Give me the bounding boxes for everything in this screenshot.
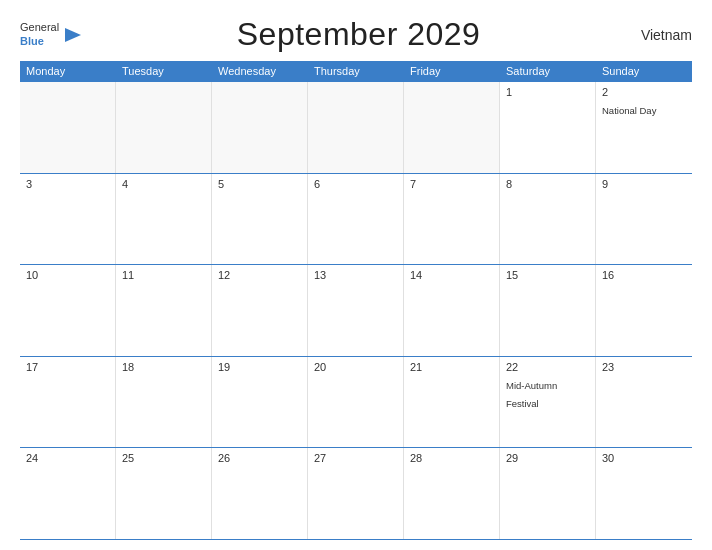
- day-number: 3: [26, 178, 109, 190]
- day-number: 18: [122, 361, 205, 373]
- calendar-cell: 16: [596, 265, 692, 356]
- calendar-cell: 8: [500, 174, 596, 265]
- calendar: MondayTuesdayWednesdayThursdayFridaySatu…: [20, 61, 692, 540]
- calendar-cell: [212, 82, 308, 173]
- header: General Blue September 2029 Vietnam: [20, 16, 692, 53]
- day-number: 26: [218, 452, 301, 464]
- calendar-cell: 26: [212, 448, 308, 539]
- calendar-cell: 2National Day: [596, 82, 692, 173]
- day-number: 29: [506, 452, 589, 464]
- day-number: 30: [602, 452, 686, 464]
- logo-text: General Blue: [20, 21, 59, 47]
- weekday-header-tuesday: Tuesday: [116, 61, 212, 81]
- day-number: 19: [218, 361, 301, 373]
- weekday-header-monday: Monday: [20, 61, 116, 81]
- day-number: 16: [602, 269, 686, 281]
- flag-icon: [63, 24, 85, 46]
- weekday-header-sunday: Sunday: [596, 61, 692, 81]
- calendar-cell: [20, 82, 116, 173]
- calendar-cell: 4: [116, 174, 212, 265]
- day-number: 15: [506, 269, 589, 281]
- calendar-cell: 6: [308, 174, 404, 265]
- day-number: 14: [410, 269, 493, 281]
- event-label: National Day: [602, 105, 656, 116]
- calendar-cell: 9: [596, 174, 692, 265]
- calendar-cell: 7: [404, 174, 500, 265]
- calendar-cell: 19: [212, 357, 308, 448]
- day-number: 9: [602, 178, 686, 190]
- calendar-cell: 28: [404, 448, 500, 539]
- calendar-cell: 22Mid-Autumn Festival: [500, 357, 596, 448]
- day-number: 21: [410, 361, 493, 373]
- calendar-week-3: 10111213141516: [20, 265, 692, 357]
- day-number: 25: [122, 452, 205, 464]
- calendar-cell: 21: [404, 357, 500, 448]
- day-number: 27: [314, 452, 397, 464]
- calendar-cell: [404, 82, 500, 173]
- calendar-cell: 23: [596, 357, 692, 448]
- calendar-cell: 17: [20, 357, 116, 448]
- calendar-body: 12National Day34567891011121314151617181…: [20, 81, 692, 540]
- event-label: Mid-Autumn Festival: [506, 380, 557, 409]
- day-number: 22: [506, 361, 589, 373]
- calendar-cell: 12: [212, 265, 308, 356]
- weekday-header-wednesday: Wednesday: [212, 61, 308, 81]
- day-number: 5: [218, 178, 301, 190]
- day-number: 7: [410, 178, 493, 190]
- calendar-week-4: 171819202122Mid-Autumn Festival23: [20, 357, 692, 449]
- calendar-cell: [308, 82, 404, 173]
- calendar-header: MondayTuesdayWednesdayThursdayFridaySatu…: [20, 61, 692, 81]
- day-number: 20: [314, 361, 397, 373]
- day-number: 4: [122, 178, 205, 190]
- logo-blue: Blue: [20, 35, 59, 48]
- day-number: 6: [314, 178, 397, 190]
- logo-general: General: [20, 21, 59, 34]
- calendar-cell: 3: [20, 174, 116, 265]
- calendar-week-1: 12National Day: [20, 81, 692, 174]
- weekday-header-thursday: Thursday: [308, 61, 404, 81]
- calendar-cell: 30: [596, 448, 692, 539]
- day-number: 1: [506, 86, 589, 98]
- calendar-cell: 25: [116, 448, 212, 539]
- day-number: 11: [122, 269, 205, 281]
- calendar-cell: 11: [116, 265, 212, 356]
- calendar-cell: 1: [500, 82, 596, 173]
- day-number: 13: [314, 269, 397, 281]
- country-label: Vietnam: [632, 27, 692, 43]
- logo: General Blue: [20, 21, 85, 47]
- calendar-cell: [116, 82, 212, 173]
- calendar-cell: 10: [20, 265, 116, 356]
- calendar-week-2: 3456789: [20, 174, 692, 266]
- weekday-header-friday: Friday: [404, 61, 500, 81]
- day-number: 2: [602, 86, 686, 98]
- weekday-header-saturday: Saturday: [500, 61, 596, 81]
- calendar-cell: 14: [404, 265, 500, 356]
- day-number: 17: [26, 361, 109, 373]
- day-number: 28: [410, 452, 493, 464]
- calendar-cell: 5: [212, 174, 308, 265]
- page: General Blue September 2029 Vietnam Mond…: [0, 0, 712, 550]
- calendar-week-5: 24252627282930: [20, 448, 692, 540]
- day-number: 8: [506, 178, 589, 190]
- calendar-cell: 15: [500, 265, 596, 356]
- calendar-cell: 29: [500, 448, 596, 539]
- calendar-cell: 24: [20, 448, 116, 539]
- day-number: 23: [602, 361, 686, 373]
- day-number: 12: [218, 269, 301, 281]
- calendar-cell: 13: [308, 265, 404, 356]
- svg-marker-0: [65, 28, 81, 42]
- calendar-title: September 2029: [237, 16, 481, 53]
- day-number: 10: [26, 269, 109, 281]
- calendar-cell: 27: [308, 448, 404, 539]
- calendar-cell: 18: [116, 357, 212, 448]
- calendar-cell: 20: [308, 357, 404, 448]
- day-number: 24: [26, 452, 109, 464]
